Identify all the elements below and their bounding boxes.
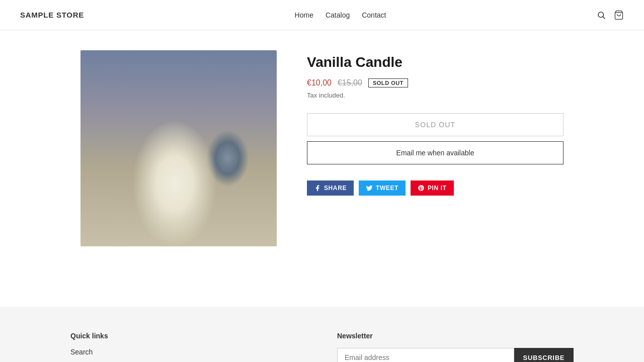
newsletter-email-input[interactable] bbox=[337, 348, 514, 362]
sale-price: €10,00 bbox=[307, 78, 332, 87]
newsletter-col: Newsletter SUBSCRIBE bbox=[337, 332, 574, 362]
product-info: Vanilla Candle €10,00 €15,00 SOLD OUT Ta… bbox=[307, 50, 564, 196]
product-image bbox=[80, 50, 277, 246]
search-button[interactable] bbox=[597, 11, 606, 20]
nav-home[interactable]: Home bbox=[295, 11, 313, 19]
nav-catalog[interactable]: Catalog bbox=[326, 11, 350, 19]
newsletter-form: SUBSCRIBE bbox=[337, 348, 574, 362]
button-group: SOLD OUT Email me when available bbox=[307, 113, 564, 164]
social-share: SHARE TWEET PIN IT bbox=[307, 180, 564, 196]
main-content: Vanilla Candle €10,00 €15,00 SOLD OUT Ta… bbox=[70, 30, 574, 266]
quick-links-heading: Quick links bbox=[70, 332, 307, 340]
pinterest-share-button[interactable]: PIN IT bbox=[411, 180, 454, 196]
twitter-icon bbox=[366, 185, 373, 192]
footer-search-link[interactable]: Search bbox=[70, 348, 307, 356]
footer-layout: Quick links Search Newsletter SUBSCRIBE bbox=[70, 332, 574, 362]
facebook-icon bbox=[314, 185, 321, 192]
original-price: €15,00 bbox=[338, 78, 362, 87]
twitter-share-button[interactable]: TWEET bbox=[359, 180, 406, 196]
svg-point-0 bbox=[598, 12, 604, 18]
sold-out-badge: SOLD OUT bbox=[368, 78, 408, 87]
search-icon bbox=[597, 11, 606, 20]
tax-text: Tax included. bbox=[307, 92, 564, 99]
price-row: €10,00 €15,00 SOLD OUT bbox=[307, 78, 564, 87]
subscribe-button[interactable]: SUBSCRIBE bbox=[514, 348, 574, 362]
twitter-share-label: TWEET bbox=[376, 185, 398, 192]
nav-contact[interactable]: Contact bbox=[362, 11, 386, 19]
cart-button[interactable] bbox=[614, 10, 624, 20]
pinterest-icon bbox=[418, 185, 425, 192]
header-icons bbox=[597, 10, 624, 20]
facebook-share-label: SHARE bbox=[324, 185, 347, 192]
store-logo[interactable]: SAMPLE STORE bbox=[20, 11, 84, 19]
sold-out-button: SOLD OUT bbox=[307, 113, 564, 136]
pinterest-share-label: PIN IT bbox=[428, 185, 447, 192]
cart-icon bbox=[614, 10, 624, 20]
header: SAMPLE STORE Home Catalog Contact bbox=[0, 0, 644, 30]
svg-line-1 bbox=[603, 17, 605, 19]
newsletter-heading: Newsletter bbox=[337, 332, 574, 340]
main-nav: Home Catalog Contact bbox=[295, 11, 386, 19]
footer: Quick links Search Newsletter SUBSCRIBE bbox=[0, 307, 644, 362]
product-image-container bbox=[80, 50, 277, 246]
product-title: Vanilla Candle bbox=[307, 54, 564, 70]
facebook-share-button[interactable]: SHARE bbox=[307, 180, 354, 196]
quick-links-col: Quick links Search bbox=[70, 332, 307, 362]
product-layout: Vanilla Candle €10,00 €15,00 SOLD OUT Ta… bbox=[80, 50, 564, 246]
email-when-available-button[interactable]: Email me when available bbox=[307, 141, 564, 164]
